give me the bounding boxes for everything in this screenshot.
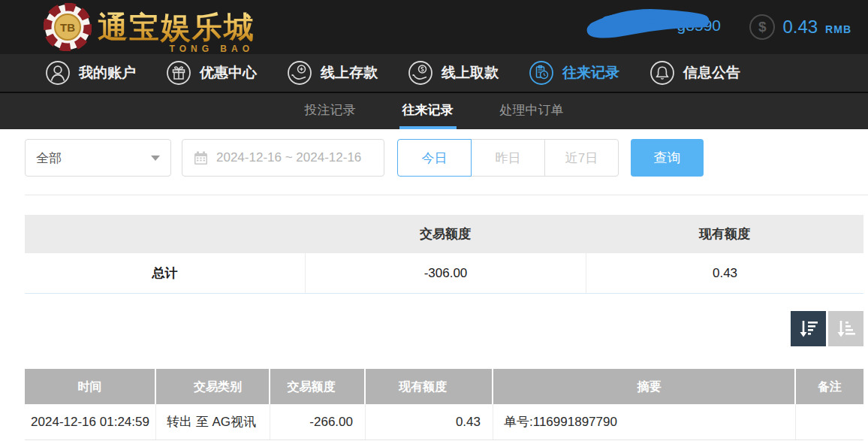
tab-bet-records[interactable]: 投注记录	[303, 93, 357, 129]
summary-total-row: 总计 -306.00 0.43	[25, 253, 863, 294]
period-button-group: 今日 昨日 近7日	[397, 139, 619, 177]
sort-descending-button[interactable]	[791, 311, 826, 346]
calendar-icon	[193, 150, 209, 166]
nav-item-promotions[interactable]: 优惠中心	[166, 54, 257, 92]
filter-row: 全部 2024-12-16 ~ 2024-12-16 今日 昨日 近7日 查询	[25, 139, 868, 177]
cell-time: 2024-12-16 01:24:59	[25, 404, 156, 439]
user-account-area[interactable]: g8590	[584, 0, 727, 54]
tab-pending-orders[interactable]: 处理中订单	[499, 93, 565, 129]
balance-display[interactable]: $ 0.43 RMB	[749, 0, 851, 54]
user-icon	[45, 60, 71, 86]
tab-transaction-records[interactable]: 往来记录	[401, 93, 455, 129]
sort-controls	[25, 311, 863, 346]
nav-label: 线上存款	[321, 63, 378, 83]
summary-current-balance: 0.43	[586, 253, 863, 293]
nav-item-announcements[interactable]: 信息公告	[649, 54, 740, 92]
records-table-header: 时间 交易类别 交易额度 现有额度 摘要 备注	[25, 369, 863, 404]
nav-item-withdraw[interactable]: 线上取款	[408, 54, 499, 92]
summary-table-header: 交易额度 现有额度	[25, 215, 863, 253]
type-select-value: 全部	[36, 150, 62, 167]
nav-item-my-account[interactable]: 我的账户	[45, 54, 136, 92]
nav-item-transaction-records[interactable]: 往来记录	[529, 54, 619, 92]
sort-descending-icon	[797, 318, 820, 340]
sort-ascending-icon	[835, 318, 857, 340]
summary-transaction-amount: -306.00	[305, 253, 586, 293]
section-divider	[25, 195, 868, 195]
col-transaction-amount: 交易额度	[270, 369, 366, 404]
table-row: 2024-12-16 01:24:59 转出 至 AG视讯 -266.00 0.…	[25, 404, 863, 440]
nav-item-deposit[interactable]: 线上存款	[287, 54, 378, 92]
period-last7days-button[interactable]: 近7日	[544, 139, 619, 177]
sort-ascending-button[interactable]	[828, 311, 863, 346]
nav-label: 我的账户	[79, 63, 136, 83]
records-table: 时间 交易类别 交易额度 现有额度 摘要 备注 2024-12-16 01:24…	[25, 369, 863, 440]
col-current-balance: 现有额度	[366, 369, 493, 404]
col-time: 时间	[25, 369, 156, 404]
summary-col-current-balance: 现有额度	[586, 215, 863, 253]
nav-label: 线上取款	[442, 63, 499, 83]
balance-currency: RMB	[825, 20, 851, 35]
col-summary: 摘要	[493, 369, 796, 404]
search-button[interactable]: 查询	[631, 139, 704, 177]
site-logo[interactable]: TB 通宝娱乐城 TONG BAO	[44, 3, 255, 51]
top-header: TB 通宝娱乐城 TONG BAO g8590 $ 0.43 RMB	[0, 0, 868, 54]
cell-summary: 单号:116991897790	[493, 404, 796, 439]
cell-current-balance: 0.43	[366, 404, 493, 439]
poker-chip-icon: TB	[44, 3, 92, 51]
bell-icon	[649, 60, 675, 86]
period-today-button[interactable]: 今日	[397, 139, 472, 177]
dollar-coin-icon: $	[749, 14, 775, 40]
period-yesterday-button[interactable]: 昨日	[471, 139, 545, 177]
summary-total-label: 总计	[25, 253, 305, 293]
summary-col-transaction-amount: 交易额度	[305, 215, 586, 253]
logo-title: 通宝娱乐城	[98, 7, 255, 48]
type-select[interactable]: 全部	[25, 139, 171, 177]
logo-text: 通宝娱乐城 TONG BAO	[98, 7, 255, 48]
sub-nav: 投注记录 往来记录 处理中订单	[0, 93, 868, 129]
caret-down-icon	[151, 156, 160, 161]
gift-icon	[166, 60, 191, 86]
nav-label: 往来记录	[562, 63, 619, 83]
date-range-value: 2024-12-16 ~ 2024-12-16	[216, 150, 361, 165]
cell-transaction-amount: -266.00	[270, 404, 366, 439]
col-note: 备注	[796, 369, 863, 404]
balance-amount: 0.43	[782, 17, 818, 38]
cell-transaction-type: 转出 至 AG视讯	[156, 404, 270, 439]
logo-subtitle: TONG BAO	[170, 44, 254, 54]
date-range-input[interactable]: 2024-12-16 ~ 2024-12-16	[182, 139, 384, 177]
cell-note	[796, 404, 863, 439]
svg-text:TB: TB	[60, 21, 75, 34]
summary-col-empty	[25, 215, 305, 253]
withdraw-icon	[408, 60, 433, 86]
col-transaction-type: 交易类别	[156, 369, 270, 404]
records-icon	[529, 60, 554, 86]
scribble-redaction	[584, 6, 712, 44]
nav-label: 信息公告	[683, 63, 740, 83]
nav-label: 优惠中心	[200, 63, 257, 83]
deposit-icon	[287, 60, 312, 86]
main-nav: 我的账户 优惠中心 线上存款 线上取款	[0, 54, 868, 93]
summary-table: 交易额度 现有额度 总计 -306.00 0.43	[25, 215, 863, 294]
